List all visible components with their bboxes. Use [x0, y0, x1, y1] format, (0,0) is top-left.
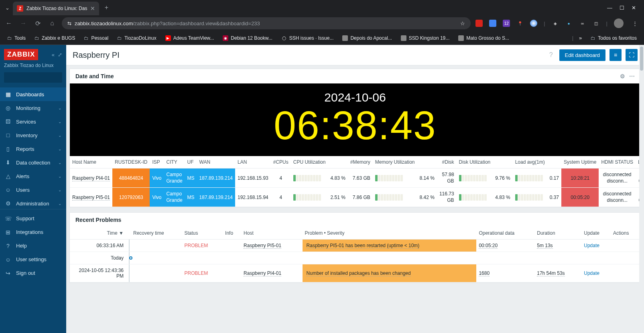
update-link[interactable]: Update: [584, 243, 599, 248]
col-duration[interactable]: Duration: [534, 227, 581, 240]
sidebar-item-services[interactable]: ⚄Services⌄: [0, 115, 66, 128]
bookmark-item[interactable]: 🗀Tools: [4, 34, 29, 43]
sidebar-item-integrations[interactable]: ⊞Integrations: [0, 225, 66, 239]
col-update[interactable]: Update: [581, 227, 611, 240]
col-header[interactable]: CITY: [164, 156, 185, 169]
maximize-button[interactable]: ☐: [620, 5, 624, 11]
host-link[interactable]: Raspberry PI4-01: [72, 175, 110, 181]
col-header[interactable]: UF: [185, 156, 197, 169]
extension-icon[interactable]: [489, 20, 496, 27]
col-header[interactable]: ISP: [150, 156, 164, 169]
col-header[interactable]: [417, 156, 437, 169]
tab-menu-chevron[interactable]: ⌄: [3, 4, 11, 12]
sidebar-item-monitoring[interactable]: ◎Monitoring⌄: [0, 101, 66, 115]
col-header[interactable]: Disk Utilization: [457, 156, 493, 169]
widget-settings-icon[interactable]: ⚙: [620, 73, 625, 79]
extension-icon[interactable]: ●: [565, 20, 573, 27]
col-header[interactable]: Host Name: [70, 156, 112, 169]
sidebar-search[interactable]: 🔍: [4, 72, 62, 83]
col-header[interactable]: LAN: [235, 156, 271, 169]
col-host[interactable]: Host: [241, 227, 302, 240]
col-header[interactable]: System Uptime: [561, 156, 599, 169]
col-time[interactable]: Time ▼: [70, 227, 126, 240]
bookmark-item[interactable]: ▶Adeus TeamView...: [162, 34, 217, 43]
extension-icon[interactable]: ◈: [552, 20, 559, 27]
sidebar-item-users[interactable]: ☺Users⌄: [0, 183, 66, 197]
extension-icon[interactable]: 12: [503, 20, 510, 27]
col-status[interactable]: Status: [182, 227, 223, 240]
col-actions[interactable]: Actions: [611, 227, 640, 240]
bookmark-item[interactable]: ◯SSH issues · Issue...: [278, 34, 337, 43]
host-link[interactable]: Raspberry PI4-01: [244, 270, 281, 276]
list-view-button[interactable]: ≡: [609, 49, 622, 61]
browser-tab[interactable]: Z Zabbix Tiozao do Linux: Das ✕: [13, 2, 99, 15]
bookmark-item[interactable]: 🗀TiozaoDoLinux: [114, 34, 160, 43]
minimize-button[interactable]: —: [607, 5, 612, 11]
home-button[interactable]: ⌂: [47, 20, 57, 27]
col-header[interactable]: Memory Utilization: [373, 156, 417, 169]
col-header[interactable]: CPU Utilization: [291, 156, 328, 169]
bookmark-item[interactable]: Depois do Apocal...: [339, 34, 395, 43]
col-header[interactable]: [547, 156, 561, 169]
scrollbar-thumb[interactable]: [640, 47, 643, 71]
extension-icon[interactable]: ◫: [593, 20, 600, 27]
bookmark-item[interactable]: ◉Debian 12 Bookw...: [219, 34, 275, 43]
back-button[interactable]: ←: [4, 20, 14, 27]
site-info-icon[interactable]: ⇆: [67, 20, 71, 26]
search-input[interactable]: [7, 75, 67, 80]
close-window-button[interactable]: ✕: [632, 5, 636, 11]
sidebar-item-sign-out[interactable]: ↪Sign out: [0, 266, 66, 280]
col-header[interactable]: Load avg(1m): [513, 156, 547, 169]
collapse-sidebar-icon[interactable]: «: [52, 52, 55, 58]
extension-icon[interactable]: [530, 20, 537, 27]
star-icon[interactable]: ☆: [460, 20, 465, 26]
profile-avatar[interactable]: [614, 18, 624, 28]
sidebar-item-administration[interactable]: ⚙Administration⌄: [0, 197, 66, 209]
col-header[interactable]: RUSTDESK-ID: [112, 156, 150, 169]
problem-text[interactable]: Number of installed packages has been ch…: [303, 264, 477, 282]
sidebar-item-alerts[interactable]: △Alerts⌄: [0, 169, 66, 183]
sidebar-item-help[interactable]: ?Help: [0, 239, 66, 253]
sidebar-item-support[interactable]: ☏Support: [0, 212, 66, 225]
col-header[interactable]: WAN: [197, 156, 235, 169]
forward-button[interactable]: →: [18, 20, 28, 27]
all-bookmarks[interactable]: 🗀Todos os favoritos: [587, 34, 640, 43]
browser-menu-icon[interactable]: ⋮: [630, 20, 640, 26]
col-header[interactable]: #Disk: [437, 156, 457, 169]
col-header[interactable]: [328, 156, 347, 169]
problem-time[interactable]: 2024-10-05 12:43:36 PM: [70, 264, 126, 282]
new-tab-button[interactable]: +: [101, 2, 112, 13]
col-problem[interactable]: Problem • Severity: [303, 227, 477, 240]
popout-icon[interactable]: ⤢: [58, 52, 62, 58]
sidebar-item-inventory[interactable]: □Inventory⌄: [0, 128, 66, 142]
help-icon[interactable]: ?: [547, 51, 555, 59]
bookmarks-overflow-icon[interactable]: »: [576, 35, 585, 41]
sidebar-item-reports[interactable]: ▯Reports⌄: [0, 142, 66, 156]
extension-icon[interactable]: ∞: [579, 20, 586, 27]
col-opdata[interactable]: Operational data: [476, 227, 534, 240]
sidebar-item-dashboards[interactable]: ▦Dashboards: [0, 87, 66, 101]
url-field[interactable]: ⇆ zabbix.tiozaodolinux.com/zabbix.php?ac…: [62, 17, 471, 29]
bookmark-item[interactable]: 🗀Zabbix e BUGS: [31, 34, 78, 43]
bookmark-item[interactable]: SSD Kingston 19...: [398, 34, 453, 43]
extension-icon[interactable]: [475, 20, 483, 27]
col-header[interactable]: [493, 156, 512, 169]
host-link[interactable]: Raspberry PI5-01: [244, 243, 281, 249]
problem-text[interactable]: Raspberry PI5-01 has been restarted (upt…: [303, 240, 477, 252]
col-header[interactable]: #CPUs: [271, 156, 291, 169]
update-link[interactable]: Update: [584, 270, 599, 276]
host-link[interactable]: Raspberry PI5-01: [72, 195, 110, 201]
tab-close-icon[interactable]: ✕: [90, 5, 95, 12]
reload-button[interactable]: ⟳: [33, 20, 43, 27]
col-recovery[interactable]: Recovery time: [131, 227, 182, 240]
col-header[interactable]: HDMI STATUS: [599, 156, 636, 169]
edit-dashboard-button[interactable]: Edit dashboard: [559, 49, 605, 61]
bookmark-item[interactable]: 🗀Pessoal: [81, 34, 112, 43]
col-header[interactable]: #Memory: [348, 156, 373, 169]
extension-icon[interactable]: 📍: [516, 20, 524, 27]
col-info[interactable]: Info: [223, 227, 241, 240]
fullscreen-button[interactable]: ⛶: [626, 49, 638, 61]
bookmark-item[interactable]: Mato Grosso do S...: [455, 34, 512, 43]
widget-menu-icon[interactable]: ⋯: [629, 73, 635, 79]
problem-time[interactable]: 06:33:16 AM: [70, 240, 126, 252]
